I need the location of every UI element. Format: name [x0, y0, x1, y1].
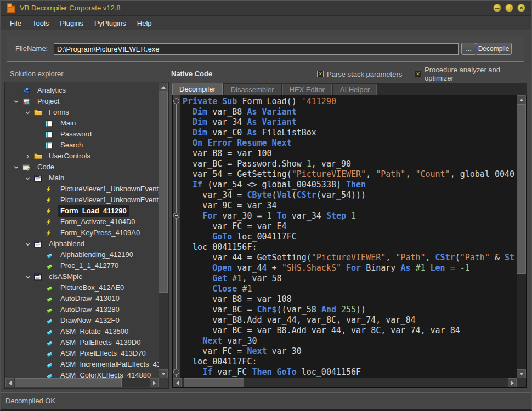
code-line: var_B8.Add var_44, var_8C, var_74, var_8… — [181, 315, 517, 326]
menu-item-tools[interactable]: Tools — [27, 17, 54, 30]
checkbox-parse-stack[interactable]: ✕Parse stack parameters — [317, 66, 402, 82]
scroll-down-button[interactable] — [159, 369, 168, 378]
tab-decompiler[interactable]: Decompiler — [172, 83, 223, 95]
tree-item[interactable]: PictureViever1_UnknownEvent_9_41 — [5, 184, 159, 195]
chevron-down-icon[interactable] — [25, 241, 33, 247]
code-editor[interactable]: Private Sub Form_Load() '411290 Dim var_… — [172, 95, 527, 388]
tree-horizontal-scrollbar[interactable] — [5, 378, 159, 387]
tree-item[interactable]: Alphablending_412190 — [5, 249, 159, 260]
scroll-right-button[interactable] — [150, 378, 159, 387]
tree-item[interactable]: ASM_IncrementalPalEffects_414430 — [5, 359, 159, 370]
tree-item-label: Search — [58, 139, 85, 151]
method-cyan-icon — [45, 350, 55, 358]
decompile-button[interactable]: Decompile — [476, 43, 512, 55]
scroll-left-button[interactable] — [173, 378, 182, 387]
code-vertical-scrollbar[interactable] — [517, 95, 526, 378]
tree-item[interactable]: Password — [5, 129, 159, 140]
tree-item[interactable]: Proc_1_1_412770 — [5, 260, 159, 271]
tree-spacer — [36, 284, 45, 291]
tree-item[interactable]: Alphablend — [5, 238, 159, 249]
tree-spacer — [36, 230, 45, 236]
browse-button[interactable]: ... — [461, 43, 476, 55]
tree-item[interactable]: Code — [5, 162, 159, 173]
scrollbar-thumb[interactable] — [184, 378, 244, 387]
tree-item[interactable]: DrawNow_4132F0 — [5, 315, 159, 326]
tab-disassembler[interactable]: Disassembler — [224, 84, 281, 95]
chevron-down-icon[interactable] — [13, 98, 22, 105]
tree-item[interactable]: ASM_ColorXEffects_414880 — [5, 370, 159, 378]
tree-item[interactable]: ASM_Rotate_413500 — [5, 326, 159, 337]
tree-item[interactable]: Main — [5, 118, 159, 129]
scroll-down-button[interactable] — [517, 369, 526, 378]
tree-item[interactable]: PictureViever1_UnknownEvent_A_41 — [5, 195, 159, 206]
tree-item-label: ASM_ColorXEffects_414880 — [58, 369, 153, 378]
solution-explorer-panel: AnalyticsProjectFormsMainPasswordSearchU… — [4, 82, 169, 389]
tree-item[interactable]: AutoDraw_413010 — [5, 293, 159, 304]
method-cyan-icon — [45, 317, 55, 325]
tree-item[interactable]: AutoDraw_413280 — [5, 304, 159, 315]
menu-item-pyplugins[interactable]: PyPlugins — [89, 17, 132, 30]
tree-item[interactable]: ASM_PixelEffects_413D70 — [5, 348, 159, 359]
tree-spacer — [36, 197, 45, 203]
close-icon[interactable]: ✕ — [517, 4, 525, 12]
method-cyan-icon — [45, 328, 55, 336]
code-horizontal-scrollbar[interactable] — [173, 378, 517, 387]
chevron-right-icon[interactable] — [25, 153, 33, 159]
tree-item[interactable]: PictureBox_412AE0 — [5, 282, 159, 293]
tree-item[interactable]: clsASMpic — [5, 271, 159, 282]
scrollbar-thumb[interactable] — [15, 378, 122, 387]
maximize-icon[interactable]: □ — [505, 4, 513, 12]
filename-groupbox: FileName: ... Decompile — [7, 36, 524, 62]
tree-spacer — [36, 339, 45, 346]
chevron-down-icon[interactable] — [13, 164, 22, 170]
chevron-down-icon[interactable] — [25, 109, 33, 116]
scroll-left-button[interactable] — [5, 378, 14, 387]
menu-item-plugins[interactable]: Plugins — [54, 17, 89, 30]
scroll-right-button[interactable] — [508, 378, 517, 387]
fold-end-tick — [176, 310, 179, 310]
window-controls: —□✕ — [493, 4, 525, 12]
tree-item[interactable]: Form_Activate_4104D0 — [5, 216, 159, 227]
tree-spacer — [36, 120, 45, 127]
tree-item[interactable]: UserControls — [5, 151, 159, 162]
tree-spacer — [36, 262, 45, 269]
tree-item-label: ASM_PixelEffects_413D70 — [58, 347, 148, 359]
tree-item[interactable]: ASM_PalEffects_4139D0 — [5, 337, 159, 348]
code-line: var_BC = var_B8.Add var_44, var_8C, var_… — [181, 326, 517, 336]
tree-item[interactable]: Search — [5, 140, 159, 151]
checkbox-box[interactable]: ✕ — [415, 71, 421, 77]
menu-item-help[interactable]: Help — [132, 17, 157, 30]
tree-item[interactable]: Form_KeyPress_4109A0 — [5, 227, 159, 238]
code-line: Get #1, var_58 — [181, 273, 517, 284]
tree-item[interactable]: Analytics — [5, 85, 159, 96]
tree-vertical-scrollbar[interactable] — [159, 83, 168, 378]
tree-item[interactable]: Form_Load_411290 — [5, 206, 159, 216]
code-line: Close #1 — [181, 284, 517, 294]
tree-item[interactable]: Main — [5, 173, 159, 184]
menu-item-file[interactable]: File — [4, 17, 27, 30]
tree-spacer — [36, 219, 45, 225]
method-cyan-icon — [45, 339, 55, 347]
minimize-icon[interactable]: — — [493, 4, 501, 12]
fold-collapse-icon[interactable] — [173, 98, 179, 104]
code-line: If (var_54 <> global_00405338) Then — [181, 180, 517, 190]
fold-collapse-icon[interactable] — [173, 213, 179, 219]
tab-hex-editor[interactable]: HEX Editor — [282, 84, 332, 95]
checkbox-box[interactable]: ✕ — [317, 71, 324, 77]
chevron-down-icon[interactable] — [25, 175, 33, 181]
tree-item[interactable]: Project — [5, 96, 159, 107]
fold-collapse-icon[interactable] — [173, 369, 179, 375]
tree-item-label: Password — [58, 128, 94, 140]
tab-ai-helper[interactable]: AI Helper — [333, 84, 377, 95]
scroll-up-button[interactable] — [159, 83, 168, 92]
tree-item[interactable]: Forms — [5, 107, 159, 118]
scrollbar-thumb[interactable] — [517, 104, 526, 274]
tree-spacer — [36, 186, 45, 192]
checkbox-procedure-analyzer[interactable]: ✕Procedure analyzer and optimizer — [415, 66, 531, 82]
filename-input[interactable] — [54, 43, 459, 55]
scrollbar-thumb[interactable] — [159, 92, 168, 293]
code-line: loc_0041156F: — [181, 242, 517, 253]
chevron-down-icon[interactable] — [25, 273, 33, 280]
scroll-up-button[interactable] — [517, 95, 526, 104]
code-line: If var_FC Then GoTo loc_0041156F — [181, 367, 517, 378]
